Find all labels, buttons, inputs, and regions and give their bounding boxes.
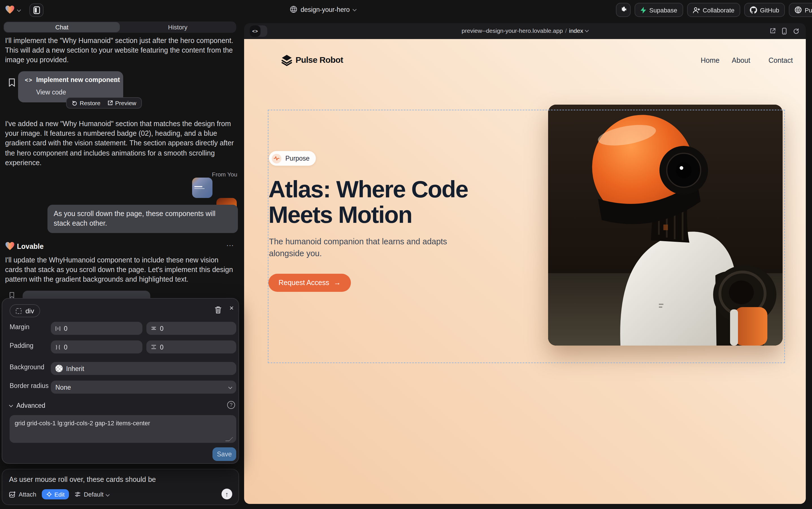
margin-x-input <box>64 325 138 332</box>
preview-panel: <> preview--design-your-hero.lovable.app… <box>244 23 806 504</box>
chevron-down-icon <box>585 28 589 32</box>
user-quote-bubble: As you scroll down the page, these compo… <box>47 205 238 233</box>
refresh-button[interactable] <box>793 28 799 34</box>
delete-element-button[interactable] <box>215 306 222 314</box>
attach-button[interactable]: Attach <box>9 491 36 498</box>
github-icon <box>750 6 757 13</box>
chat-tabbar: Chat History <box>3 22 236 33</box>
bookmark-icon <box>8 292 15 299</box>
margin-y-input <box>160 325 232 332</box>
pulse-robot-logo-icon <box>281 54 293 66</box>
save-button[interactable]: Save <box>213 447 236 461</box>
help-icon[interactable]: ? <box>227 401 235 409</box>
pulse-icon <box>272 154 282 163</box>
from-you-label: From You <box>0 171 237 178</box>
top-bar: design-your-hero Supabase <box>0 0 812 20</box>
request-access-button[interactable]: Request Access → <box>268 274 351 292</box>
padding-y-field[interactable] <box>146 340 236 353</box>
border-radius-label: Border radius <box>10 382 48 389</box>
mode-selector[interactable]: Default <box>75 491 109 498</box>
restore-button[interactable]: Restore <box>72 100 101 106</box>
background-field[interactable]: Inherit <box>51 362 236 375</box>
chevron-down-icon <box>106 492 110 496</box>
gear-icon <box>620 6 627 13</box>
message-menu-button[interactable]: … <box>226 239 234 248</box>
preview-toolbar-actions <box>770 28 799 34</box>
border-radius-value: None <box>56 384 71 391</box>
nav-home[interactable]: Home <box>701 57 719 65</box>
hero-subtitle: The humanoid companion that learns and a… <box>269 236 459 260</box>
open-in-new-tab-button[interactable] <box>770 28 776 34</box>
lovable-avatar-icon <box>5 241 15 250</box>
send-button[interactable]: ↑ <box>222 489 232 499</box>
publish-globe-icon <box>795 6 802 13</box>
publish-button[interactable]: Publish <box>789 3 812 17</box>
restore-preview-popover: Restore Preview <box>66 97 142 109</box>
edit-mode-button[interactable]: Edit <box>42 489 69 499</box>
mobile-icon <box>782 28 786 34</box>
margin-vertical-icon <box>151 326 156 331</box>
close-inspector-button[interactable]: × <box>229 304 234 312</box>
component-card-title: Implement new component <box>36 76 120 83</box>
chevron-down-icon <box>9 403 13 407</box>
preview-url-bar[interactable]: preview--design-your-hero.lovable.app / … <box>244 27 806 34</box>
preview-domain: preview--design-your-hero.lovable.app <box>462 27 563 34</box>
background-value: Inherit <box>66 365 84 372</box>
thumbnail-text-line <box>194 188 205 189</box>
classes-textarea[interactable]: grid grid-cols-1 lg:grid-cols-2 gap-12 i… <box>10 415 236 443</box>
mobile-view-button[interactable] <box>782 28 786 34</box>
padding-y-input <box>160 344 232 350</box>
sliders-icon <box>75 491 81 497</box>
chat-input-box[interactable]: As user mouse roll over, these cards sho… <box>2 469 239 505</box>
settings-button[interactable] <box>616 3 631 17</box>
assistant-message-3: I'll update the WhyHumanoid component to… <box>5 256 236 285</box>
arrow-right-icon: → <box>334 279 341 287</box>
lovable-menu[interactable] <box>5 5 20 14</box>
margin-y-field[interactable] <box>146 322 236 335</box>
thumbnail-text-line <box>194 186 202 187</box>
tab-history[interactable]: History <box>120 22 236 32</box>
chevron-down-icon <box>17 8 21 11</box>
project-switcher[interactable]: design-your-hero <box>290 6 356 13</box>
nav-about[interactable]: About <box>732 57 750 65</box>
padding-horizontal-icon <box>56 344 61 350</box>
refresh-icon <box>793 28 799 34</box>
transparency-swatch-icon <box>56 365 63 372</box>
arrow-up-icon: ↑ <box>225 490 229 498</box>
site-brand: Pulse Robot <box>296 55 343 65</box>
hero-heading: Atlas: Where Code Meets Motion <box>268 176 468 227</box>
background-label: Background <box>10 364 44 370</box>
selected-element-chip[interactable]: div <box>10 304 40 317</box>
margin-x-field[interactable] <box>51 322 142 335</box>
border-radius-select[interactable]: None <box>51 381 236 394</box>
view-code-link[interactable]: View code <box>36 89 66 96</box>
padding-x-field[interactable] <box>51 340 142 353</box>
advanced-section-toggle[interactable]: Advanced <box>10 402 45 409</box>
external-link-icon <box>770 28 776 34</box>
tab-chat[interactable]: Chat <box>4 22 120 32</box>
preview-page: index <box>569 27 583 34</box>
assistant-message-1: I'll implement the "Why Humanoid" sectio… <box>5 36 234 65</box>
padding-label: Padding <box>10 342 33 349</box>
external-link-icon <box>107 100 113 106</box>
attach-image-icon <box>9 491 16 498</box>
collaborate-button[interactable]: Collaborate <box>687 3 740 17</box>
bookmark-icon[interactable] <box>8 78 15 87</box>
robot-hero-image <box>548 105 783 345</box>
purpose-badge: Purpose <box>269 151 316 166</box>
sidebar-toggle-button[interactable] <box>29 3 43 17</box>
collaborate-icon <box>693 6 700 13</box>
restore-icon <box>72 100 77 106</box>
chevron-down-icon <box>353 7 357 11</box>
nav-contact[interactable]: Contact <box>769 57 793 65</box>
preview-button[interactable]: Preview <box>107 100 137 106</box>
selected-tag: div <box>26 307 34 315</box>
project-globe-icon <box>290 6 297 13</box>
edit-target-icon <box>46 491 52 497</box>
github-button[interactable]: GitHub <box>744 3 785 17</box>
assistant-name: Lovable <box>17 243 44 250</box>
supabase-button[interactable]: Supabase <box>635 3 683 17</box>
chat-input-text[interactable]: As user mouse roll over, these cards sho… <box>9 476 156 483</box>
lovable-heart-icon <box>5 5 15 14</box>
attachment-thumbnail-blue[interactable] <box>192 178 213 198</box>
